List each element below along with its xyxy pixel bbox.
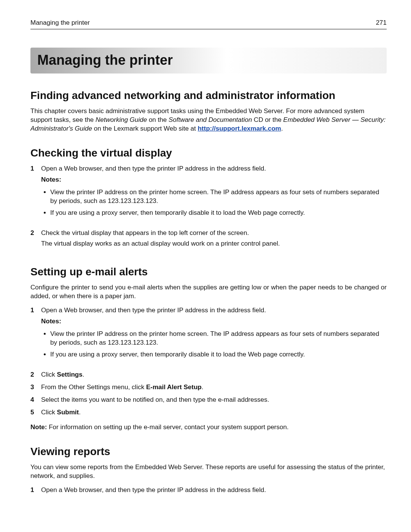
text: . [281, 125, 283, 132]
paragraph-reports-intro: You can view some reports from the Embed… [30, 463, 387, 481]
notes-label: Notes: [41, 317, 387, 326]
step-text: Open a Web browser, and then type the pr… [41, 486, 266, 494]
step-text: . [83, 371, 84, 378]
step-text: Click [41, 409, 57, 416]
step-item: Click Settings. [30, 371, 387, 383]
section-heading-reports: Viewing reports [30, 446, 387, 458]
text: CD or the [252, 116, 283, 123]
note-paragraph: Note: For information on setting up the … [30, 423, 387, 432]
step-text: . [202, 383, 204, 391]
section-heading-finding: Finding advanced networking and administ… [30, 89, 387, 102]
ui-label: E‑mail Alert Setup [146, 383, 202, 391]
text: on the Lexmark support Web site at [92, 125, 198, 132]
support-link[interactable]: http://support.lexmark.com [198, 125, 281, 132]
step-item: Open a Web browser, and then type the pr… [30, 486, 387, 498]
step-text: Select the items you want to be notified… [41, 396, 269, 403]
notes-list: View the printer IP address on the print… [41, 330, 387, 362]
emphasis: Networking Guide [96, 116, 147, 123]
note-text: For information on setting up the e‑mail… [47, 423, 288, 431]
step-text: Open a Web browser, and then type the pr… [41, 165, 266, 172]
step-item: Open a Web browser, and then type the pr… [30, 165, 387, 229]
step-text: . [79, 409, 81, 416]
note-item: If you are using a proxy server, then te… [50, 350, 387, 362]
section-heading-email: Setting up e‑mail alerts [30, 266, 387, 278]
chapter-title: Managing the printer [30, 48, 387, 73]
running-header-title: Managing the printer [30, 19, 90, 27]
running-header: Managing the printer 271 [30, 19, 387, 29]
step-text: Open a Web browser, and then type the pr… [41, 307, 266, 314]
notes-label: Notes: [41, 176, 387, 184]
ui-label: Submit [57, 409, 79, 416]
page: Managing the printer 271 Managing the pr… [0, 0, 411, 532]
step-text: Check the virtual display that appears i… [41, 229, 249, 236]
step-item: Select the items you want to be notified… [30, 396, 387, 408]
note-item: View the printer IP address on the print… [50, 188, 387, 209]
paragraph-email-intro: Configure the printer to send you e‑mail… [30, 283, 387, 301]
text: on the [147, 116, 169, 123]
note-item: If you are using a proxy server, then te… [50, 209, 387, 220]
steps-reports: Open a Web browser, and then type the pr… [30, 486, 387, 498]
steps-checking: Open a Web browser, and then type the pr… [30, 165, 387, 252]
ui-label: Settings [57, 371, 83, 378]
step-item: Click Submit. [30, 408, 387, 421]
page-number: 271 [376, 19, 387, 27]
emphasis: Software and Documentation [169, 116, 252, 123]
note-label: Note: [30, 423, 47, 431]
notes-list: View the printer IP address on the print… [41, 188, 387, 220]
step-text: Click [41, 371, 57, 378]
step-item: From the Other Settings menu, click E‑ma… [30, 383, 387, 396]
note-item: View the printer IP address on the print… [50, 330, 387, 350]
step-subtext: The virtual display works as an actual d… [41, 240, 387, 248]
step-text: From the Other Settings menu, click [41, 383, 146, 391]
step-item: Open a Web browser, and then type the pr… [30, 306, 387, 371]
section-heading-checking: Checking the virtual display [30, 147, 387, 159]
paragraph-finding: This chapter covers basic administrative… [30, 107, 387, 133]
step-item: Check the virtual display that appears i… [30, 229, 387, 252]
steps-email: Open a Web browser, and then type the pr… [30, 306, 387, 420]
